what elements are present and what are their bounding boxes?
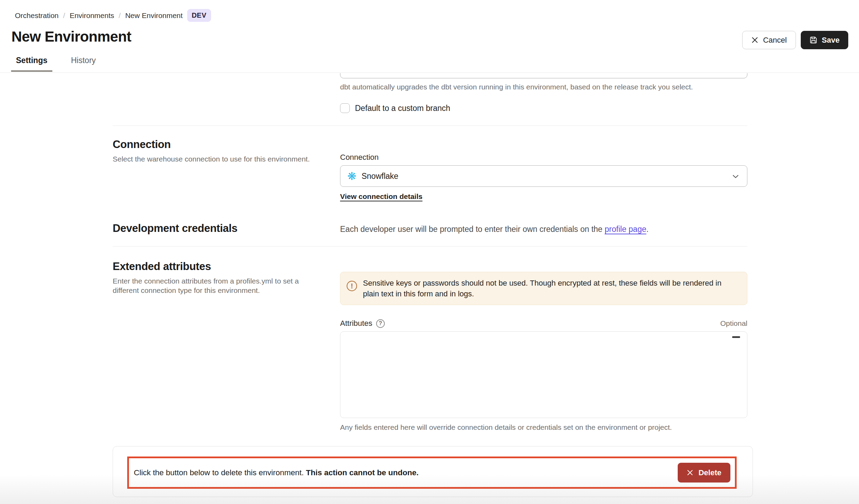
help-question-icon[interactable] xyxy=(376,319,385,328)
snowflake-icon xyxy=(347,171,356,182)
breadcrumb-item-environments[interactable]: Environments xyxy=(70,11,114,20)
connection-heading: Connection xyxy=(113,138,324,151)
breadcrumb-item-new-environment[interactable]: New Environment xyxy=(125,11,183,20)
section-connection: Connection Select the warehouse connecti… xyxy=(113,126,747,201)
close-icon xyxy=(687,469,693,476)
dev-credentials-text-after: . xyxy=(646,225,648,234)
custom-branch-row: Default to a custom branch xyxy=(340,103,747,113)
section-development-credentials: Development credentials Each developer u… xyxy=(113,222,747,235)
breadcrumb-item-orchestration[interactable]: Orchestration xyxy=(15,11,59,20)
env-dev-badge: DEV xyxy=(187,9,211,22)
release-track-input-clipped xyxy=(340,73,747,78)
optional-label: Optional xyxy=(720,319,747,328)
release-track-input[interactable] xyxy=(340,73,747,78)
attributes-helper-text: Any fields entered here will override co… xyxy=(340,423,747,432)
alert-circle-icon xyxy=(347,281,357,291)
breadcrumb-separator: / xyxy=(63,11,65,20)
chevron-down-icon xyxy=(732,175,739,178)
attributes-textarea[interactable] xyxy=(340,331,747,418)
danger-zone-card: Click the button below to delete this en… xyxy=(113,446,753,497)
breadcrumb-separator: / xyxy=(119,11,121,20)
delete-warning-text-normal: Click the button below to delete this en… xyxy=(134,468,306,477)
profile-page-link[interactable]: profile page xyxy=(605,225,646,234)
view-connection-details-link[interactable]: View connection details xyxy=(340,192,423,201)
dev-credentials-text-before: Each developer user will be prompted to … xyxy=(340,225,605,234)
sensitive-keys-warning-banner: Sensitive keys or passwords should not b… xyxy=(340,272,747,305)
close-icon xyxy=(751,36,758,44)
cancel-button-label: Cancel xyxy=(763,36,787,45)
custom-branch-checkbox[interactable] xyxy=(340,103,350,113)
header-actions: Cancel Save xyxy=(742,31,848,49)
page-title: New Environment xyxy=(11,28,131,45)
warning-banner-text: Sensitive keys or passwords should not b… xyxy=(363,278,739,299)
connection-selected-value: Snowflake xyxy=(362,172,398,181)
save-button-label: Save xyxy=(822,36,840,45)
cancel-button[interactable]: Cancel xyxy=(742,31,796,49)
breadcrumb: Orchestration / Environments / New Envir… xyxy=(15,9,211,22)
connection-field-label: Connection xyxy=(340,153,747,162)
tab-bar: Settings History xyxy=(11,56,101,72)
connection-select[interactable]: Snowflake xyxy=(340,165,747,187)
dev-credentials-text: Each developer user will be prompted to … xyxy=(340,222,747,234)
delete-warning-text: Click the button below to delete this en… xyxy=(134,468,419,477)
save-floppy-icon xyxy=(809,36,817,44)
release-track-helper-text: dbt automatically upgrades the dbt versi… xyxy=(340,83,747,91)
tab-history[interactable]: History xyxy=(66,56,101,72)
custom-branch-label: Default to a custom branch xyxy=(355,104,450,113)
section-extended-attributes: Extended attributes Enter the connection… xyxy=(113,246,747,432)
delete-button-label: Delete xyxy=(699,468,721,477)
save-button[interactable]: Save xyxy=(801,31,848,49)
settings-form: dbt automatically upgrades the dbt versi… xyxy=(113,73,747,497)
dev-credentials-heading: Development credentials xyxy=(113,222,324,235)
attributes-label-row: Attributes Optional xyxy=(340,319,747,328)
collapse-dash-icon[interactable] xyxy=(732,336,740,338)
extended-attributes-description: Enter the connection attributes from a p… xyxy=(113,276,321,295)
connection-description: Select the warehouse connection to use f… xyxy=(113,154,321,164)
attributes-label: Attributes xyxy=(340,319,372,328)
tab-settings[interactable]: Settings xyxy=(11,56,52,72)
delete-warning-text-bold: This action cannot be undone. xyxy=(306,468,419,477)
extended-attributes-heading: Extended attributes xyxy=(113,260,324,273)
delete-annotation-highlight: Click the button below to delete this en… xyxy=(127,457,737,489)
delete-button[interactable]: Delete xyxy=(678,463,730,483)
